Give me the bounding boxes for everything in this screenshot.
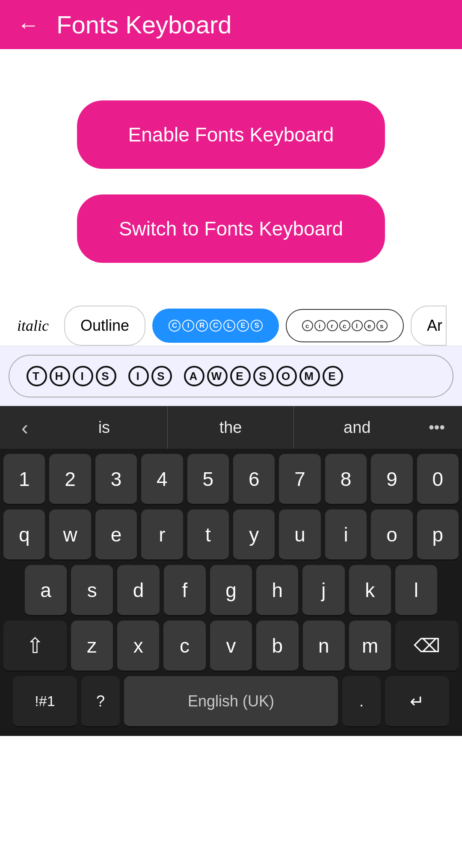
key-space[interactable]: English (UK) [124,676,338,727]
key-q[interactable]: q [3,509,45,561]
switch-to-fonts-keyboard-button[interactable]: Switch to Fonts Keyboard [77,194,385,263]
key-x[interactable]: x [117,621,159,672]
key-shift[interactable]: ⇧ [3,621,67,672]
key-2[interactable]: 2 [49,454,91,505]
key-backspace[interactable]: ⌫ [395,621,459,672]
font-tab-outline[interactable]: Outline [64,306,145,346]
font-tab-circles-outline-label: c i r c l e s [302,320,388,331]
page-title: Fonts Keyboard [56,10,231,39]
key-7[interactable]: 7 [279,454,320,505]
font-tab-ar-label: Ar [427,317,442,334]
key-e[interactable]: e [95,509,137,561]
font-tab-italic[interactable]: italic [9,306,57,345]
enable-fonts-keyboard-button[interactable]: Enable Fonts Keyboard [77,100,385,169]
suggestion-is[interactable]: is [41,406,168,449]
keyboard-row-numbers: 1 2 3 4 5 6 7 8 9 0 [3,454,459,505]
preview-row: T H I S I S A W E S O M E [0,346,462,406]
key-b[interactable]: b [256,621,298,672]
font-tabs-row: italic Outline C I R C L E S c i r c [0,297,462,346]
key-r[interactable]: r [141,509,183,561]
keyboard-area: ‹ is the and ••• 1 2 3 4 5 6 7 8 9 0 q w… [0,406,462,736]
key-symbols[interactable]: !#1 [13,676,77,727]
key-m[interactable]: m [349,621,391,672]
key-d[interactable]: d [117,565,159,616]
suggestion-the[interactable]: the [168,406,294,449]
key-4[interactable]: 4 [141,454,183,505]
key-g[interactable]: g [210,565,252,616]
key-8[interactable]: 8 [325,454,367,505]
key-f[interactable]: f [164,565,206,616]
key-y[interactable]: y [233,509,275,561]
keyboard-row-zxcv: ⇧ z x c v b n m ⌫ [3,621,459,672]
key-a[interactable]: a [25,565,67,616]
keyboard-rows: 1 2 3 4 5 6 7 8 9 0 q w e r t y u i o p … [0,449,462,736]
key-period[interactable]: . [342,676,381,727]
font-tab-outline-label: Outline [80,317,129,334]
back-button[interactable]: ← [17,14,39,36]
font-tab-circles-filled[interactable]: C I R C L E S [152,309,279,343]
preview-box: T H I S I S A W E S O M E [9,355,453,397]
font-selector-area: italic Outline C I R C L E S c i r c [0,288,462,406]
key-l[interactable]: l [395,565,437,616]
keyboard-row-asdf: a s d f g h j k l [3,565,459,616]
key-k[interactable]: k [349,565,391,616]
keyboard-suggestions: ‹ is the and ••• [0,406,462,449]
font-tab-ar[interactable]: Ar [411,306,447,346]
key-0[interactable]: 0 [417,454,459,505]
key-v[interactable]: v [210,621,252,672]
keyboard-row-qwerty: q w e r t y u i o p [3,509,459,561]
key-w[interactable]: w [49,509,91,561]
font-tab-italic-label: italic [17,317,49,334]
key-j[interactable]: j [302,565,344,616]
key-return[interactable]: ↵ [385,676,449,727]
key-5[interactable]: 5 [187,454,229,505]
key-z[interactable]: z [71,621,113,672]
key-6[interactable]: 6 [233,454,275,505]
key-s[interactable]: s [71,565,113,616]
suggestion-more-button[interactable]: ••• [420,418,453,436]
key-h[interactable]: h [256,565,298,616]
key-c[interactable]: c [163,621,205,672]
key-n[interactable]: n [303,621,345,672]
main-content: Enable Fonts Keyboard Switch to Fonts Ke… [0,49,462,288]
keyboard-row-bottom: !#1 ? English (UK) . ↵ [3,676,459,736]
key-9[interactable]: 9 [371,454,412,505]
app-header: ← Fonts Keyboard [0,0,462,49]
key-1[interactable]: 1 [3,454,45,505]
font-tab-circles-outline[interactable]: c i r c l e s [286,309,404,342]
preview-text: T H I S I S A W E S O M E [27,366,435,386]
key-i[interactable]: i [325,509,367,561]
key-question[interactable]: ? [81,676,120,727]
key-3[interactable]: 3 [95,454,137,505]
key-p[interactable]: p [417,509,459,561]
suggestion-back-button[interactable]: ‹ [9,416,41,439]
key-u[interactable]: u [279,509,320,561]
key-t[interactable]: t [187,509,229,561]
font-tab-circles-filled-label: C I R C L E S [169,320,263,332]
suggestion-and[interactable]: and [294,406,420,449]
key-o[interactable]: o [371,509,412,561]
